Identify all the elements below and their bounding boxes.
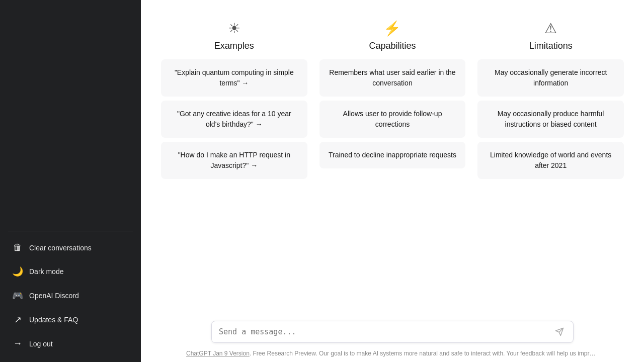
send-button[interactable] [553, 326, 566, 337]
capabilities-title: Capabilities [319, 41, 466, 51]
updates-faq-label: Updates & FAQ [29, 316, 78, 324]
sidebar-item-clear-conversations[interactable]: 🗑 Clear conversations [4, 236, 137, 259]
lim-1: May occasionally generate incorrect info… [477, 59, 624, 97]
example-1[interactable]: "Explain quantum computing in simple ter… [161, 59, 307, 97]
limitations-header: ⚠ Limitations [477, 20, 624, 51]
log-out-icon: → [12, 338, 23, 349]
capabilities-cards: Remembers what user said earlier in the … [319, 59, 466, 168]
cap-1: Remembers what user said earlier in the … [319, 59, 466, 97]
chat-input[interactable] [219, 327, 553, 336]
columns-grid: ☀ Examples "Explain quantum computing in… [161, 20, 624, 179]
openai-discord-icon: 🎮 [12, 290, 23, 301]
column-limitations: ⚠ Limitations May occasionally generate … [477, 20, 624, 179]
dark-mode-icon: 🌙 [12, 266, 23, 277]
limitations-cards: May occasionally generate incorrect info… [477, 59, 624, 179]
capabilities-header: ⚡ Capabilities [319, 20, 466, 51]
lim-2: May occasionally produce harmful instruc… [477, 101, 624, 138]
examples-header: ☀ Examples [161, 20, 307, 51]
footer-link[interactable]: ChatGPT Jan 9 Version [186, 350, 250, 357]
sidebar-item-dark-mode[interactable]: 🌙 Dark mode [4, 260, 137, 283]
example-2[interactable]: "Got any creative ideas for a 10 year ol… [161, 101, 307, 138]
lim-3: Limited knowledge of world and events af… [477, 142, 624, 179]
footer-description: . Free Research Preview. Our goal is to … [250, 350, 601, 357]
cap-2: Allows user to provide follow-up correct… [319, 101, 466, 138]
log-out-label: Log out [29, 340, 53, 348]
column-examples: ☀ Examples "Explain quantum computing in… [161, 20, 307, 179]
openai-discord-label: OpenAI Discord [29, 292, 79, 300]
content-area: ☀ Examples "Explain quantum computing in… [141, 0, 644, 313]
column-capabilities: ⚡ Capabilities Remembers what user said … [319, 20, 466, 179]
updates-faq-icon: ↗ [12, 314, 23, 325]
sidebar-item-updates-faq[interactable]: ↗ Updates & FAQ [4, 308, 137, 331]
input-area [141, 313, 644, 347]
cap-3: Trained to decline inappropriate request… [319, 142, 466, 168]
sidebar-top [0, 0, 141, 231]
dark-mode-label: Dark mode [29, 267, 63, 276]
capabilities-icon: ⚡ [319, 20, 466, 37]
sidebar-item-log-out[interactable]: → Log out [4, 332, 137, 355]
clear-conversations-icon: 🗑 [12, 242, 23, 253]
clear-conversations-label: Clear conversations [29, 244, 92, 252]
input-container [211, 321, 574, 343]
main-content: ☀ Examples "Explain quantum computing in… [141, 0, 644, 362]
sidebar: 🗑 Clear conversations 🌙 Dark mode 🎮 Open… [0, 0, 141, 362]
footer-text: ChatGPT Jan 9 Version. Free Research Pre… [166, 347, 619, 362]
send-icon [555, 327, 564, 336]
examples-cards: "Explain quantum computing in simple ter… [161, 59, 307, 179]
limitations-icon: ⚠ [477, 20, 624, 37]
sidebar-bottom: 🗑 Clear conversations 🌙 Dark mode 🎮 Open… [0, 231, 141, 362]
examples-icon: ☀ [161, 20, 307, 37]
examples-title: Examples [161, 41, 307, 51]
example-3[interactable]: "How do I make an HTTP request in Javasc… [161, 142, 307, 179]
sidebar-item-openai-discord[interactable]: 🎮 OpenAI Discord [4, 284, 137, 307]
limitations-title: Limitations [477, 41, 624, 51]
